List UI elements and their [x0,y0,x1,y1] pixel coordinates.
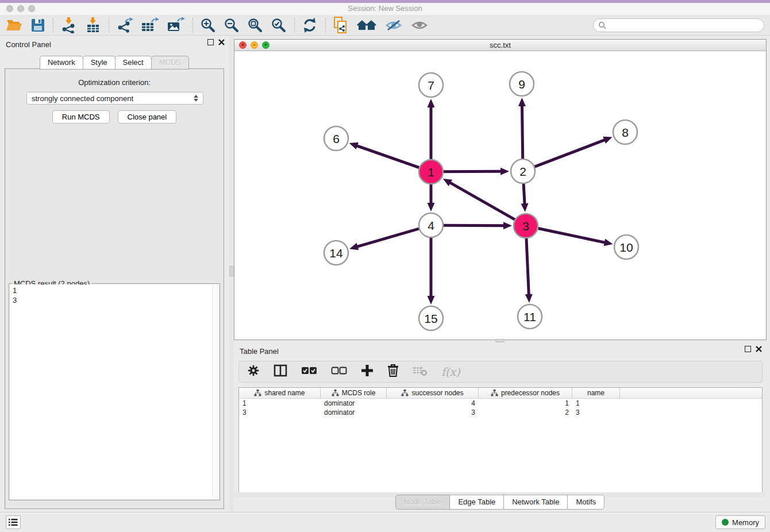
graph-edge-3-1[interactable] [449,182,515,219]
float-panel-icon[interactable] [207,39,214,45]
export-image-icon[interactable] [167,17,185,34]
minimize-network-icon[interactable]: − [251,41,258,49]
table-toolbar: f(x) [238,361,763,383]
import-network-icon[interactable] [60,17,78,34]
graph-edge-2-8[interactable] [535,140,606,167]
graph-edge-arrowhead [525,294,533,303]
graph-node-label: 11 [523,310,536,323]
save-session-icon[interactable] [30,17,45,34]
memory-button[interactable]: Memory [715,515,765,529]
frame-resize-handle[interactable] [495,339,505,342]
import-table-icon[interactable] [85,17,101,34]
cell-MCDS-role[interactable]: dominator [321,408,387,417]
tab-edge-table[interactable]: Edge Table [449,495,504,510]
table-header-row: shared nameMCDS rolesuccessor nodesprede… [239,388,762,399]
delete-row-icon[interactable] [387,364,399,380]
cell-shared-name[interactable]: 3 [239,408,321,417]
maximize-network-icon[interactable]: + [262,41,270,49]
column-header-predecessor-nodes[interactable]: predecessor nodes [479,388,572,399]
memory-status-icon [722,519,729,526]
cell-successor-nodes[interactable]: 3 [387,408,479,417]
select-stepper-icon [194,95,198,102]
search-icon [598,21,606,29]
graph-edge-4-3[interactable] [444,225,505,226]
zoom-fit-icon[interactable] [247,17,263,34]
show-details-icon[interactable] [410,17,429,34]
optimization-criterion-label: Optimization criterion: [5,78,224,87]
graph-node-label: 7 [428,79,434,92]
delete-table-icon[interactable] [413,365,428,379]
network-window-titlebar[interactable]: × − + scc.txt [234,40,766,51]
cell-name[interactable]: 1 [572,399,620,408]
column-header-successor-nodes[interactable]: successor nodes [387,388,479,399]
cell-successor-nodes[interactable]: 4 [387,399,479,408]
graph-edge-1-6[interactable] [356,145,419,167]
control-panel-tabs: NetworkStyleSelectMCDS [0,56,229,70]
graph-node-label: 14 [329,246,343,260]
graph-edge-2-3[interactable] [523,184,525,205]
select-all-columns-icon[interactable] [301,367,317,377]
column-header-name[interactable]: name [572,388,620,399]
split-panel-icon[interactable] [274,364,287,379]
zoom-selected-icon[interactable] [271,17,287,34]
mcds-result-text[interactable]: 1 3 [10,284,219,499]
add-row-icon[interactable] [361,364,374,379]
tab-style[interactable]: Style [83,56,116,70]
graph-edge-arrowhead [518,98,526,106]
graph-edge-1-2[interactable] [444,171,502,172]
scrollbar-track[interactable] [212,284,219,499]
zoom-out-icon[interactable] [224,17,240,34]
table-settings-icon[interactable] [247,364,260,379]
network-overview-icon[interactable] [356,17,377,34]
close-panel-button[interactable]: Close panel [118,110,177,124]
tab-network[interactable]: Network [40,56,83,70]
graph-edge-arrowhead [428,203,435,211]
column-header-shared-name[interactable]: shared name [239,388,321,399]
float-table-panel-icon[interactable] [745,346,751,352]
zoom-in-icon[interactable] [200,17,216,34]
cell-MCDS-role[interactable]: dominator [321,399,387,408]
optimization-criterion-select[interactable]: strongly connected component [26,92,203,105]
close-network-icon[interactable]: × [239,41,247,49]
open-session-icon[interactable] [6,17,23,34]
splitter-handle[interactable] [229,266,234,276]
graph-node-label: 4 [428,219,434,232]
cell-predecessor-nodes[interactable]: 2 [479,408,572,417]
mac-titlebar: Session: New Session [0,0,770,16]
apply-function-icon[interactable]: f(x) [441,365,460,378]
graph-edge-4-14[interactable] [357,229,419,247]
tab-node-table[interactable]: Node Table [395,495,451,510]
table-row[interactable]: 3dominator323 [239,408,762,417]
cell-name[interactable]: 3 [572,408,620,417]
tab-mcds[interactable]: MCDS [151,56,189,70]
graph-node-label: 8 [622,126,629,139]
close-panel-icon[interactable] [218,39,225,45]
cell-shared-name[interactable]: 1 [239,399,321,408]
export-table-icon[interactable] [141,17,159,34]
graph-edge-3-11[interactable] [526,238,529,295]
tab-network-table[interactable]: Network Table [503,495,568,510]
tab-motifs[interactable]: Motifs [567,495,605,510]
export-network-icon[interactable] [116,17,133,34]
run-mcds-button[interactable]: Run MCDS [52,110,110,124]
search-input[interactable] [593,18,764,32]
deselect-all-columns-icon[interactable] [331,367,347,377]
vertical-splitter[interactable] [229,36,234,512]
column-header-MCDS-role[interactable]: MCDS role [321,388,387,399]
column-header-filler [620,388,762,399]
network-graph-canvas[interactable]: 7968124314101511 [234,51,766,340]
desktop-edge [0,0,770,3]
tab-select[interactable]: Select [115,56,152,70]
clone-network-icon[interactable] [333,17,349,34]
graph-node-label: 10 [619,241,633,254]
node-table[interactable]: shared nameMCDS rolesuccessor nodesprede… [238,387,763,494]
hide-details-icon[interactable] [384,17,403,34]
task-history-button[interactable] [6,515,21,529]
mcds-panel: Optimization criterion: strongly connect… [5,68,224,509]
cell-predecessor-nodes[interactable]: 1 [479,399,572,408]
close-table-panel-icon[interactable] [756,346,762,352]
graph-edge-3-10[interactable] [538,229,606,243]
table-row[interactable]: 1dominator411 [239,399,762,408]
refresh-icon[interactable] [302,17,318,34]
graph-edge-2-9[interactable] [522,105,522,159]
